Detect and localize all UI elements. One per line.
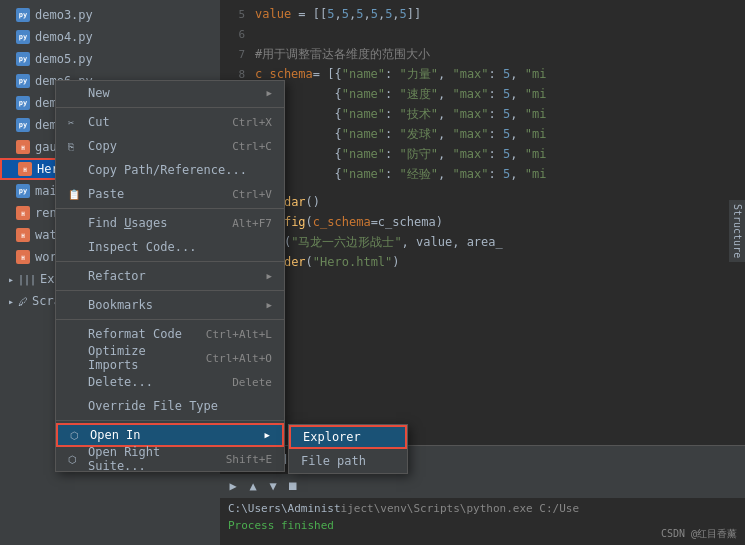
menu-item-find-usages[interactable]: Find Usages Alt+F7 <box>56 211 284 235</box>
explorer-label: Explorer <box>303 430 361 444</box>
arrow-icon: ▶ <box>267 271 272 281</box>
menu-item-inspect-code[interactable]: Inspect Code... <box>56 235 284 259</box>
html-icon: H <box>16 228 30 242</box>
console-icon: 🖊 <box>18 296 28 307</box>
menu-separator <box>56 208 284 209</box>
py-icon: py <box>16 184 30 198</box>
play-button[interactable]: ▶ <box>224 477 242 495</box>
py-icon: py <box>16 8 30 22</box>
arrow-icon: ▶ <box>267 300 272 310</box>
menu-separator <box>56 290 284 291</box>
line-code: {"name": "发球", "max": 5, "mi <box>255 126 546 143</box>
arrow-icon: ▶ <box>265 430 270 440</box>
bottom-toolbar: ▶ ▲ ▼ ⏹ <box>220 474 745 498</box>
library-icon: ||| <box>18 274 36 285</box>
stop-button[interactable]: ⏹ <box>284 477 302 495</box>
filepath-label: File path <box>301 454 366 468</box>
expand-icon: ▸ <box>8 274 14 285</box>
menu-item-open-in[interactable]: ⬡ Open In ▶ Explorer File path <box>56 423 284 447</box>
line-number: 8 <box>220 68 255 81</box>
cut-icon: ✂ <box>68 117 84 128</box>
line-code: {"name": "防守", "max": 5, "mi <box>255 146 546 163</box>
line-code: .add("马龙一六边形战士", value, area_ <box>255 234 503 251</box>
menu-item-paste[interactable]: 📋 Paste Ctrl+V <box>56 182 284 206</box>
line-code: #用于调整雷达各维度的范围大小 <box>255 46 430 63</box>
py-icon: py <box>16 30 30 44</box>
paste-icon: 📋 <box>68 189 84 200</box>
py-icon: py <box>16 74 30 88</box>
code-line-8: 8 c_schema= [{"name": "力量", "max": 5, "m… <box>220 64 745 84</box>
more-icon: ⬡ <box>68 454 84 465</box>
menu-item-delete[interactable]: Delete... Delete <box>56 370 284 394</box>
menu-separator <box>56 319 284 320</box>
menu-separator <box>56 107 284 108</box>
structure-label: Structure <box>729 200 745 262</box>
menu-item-new[interactable]: New ▶ <box>56 81 284 105</box>
line-number: 7 <box>220 48 255 61</box>
code-line-10: 10 {"name": "技术", "max": 5, "mi <box>220 104 745 124</box>
line-number: 6 <box>220 28 255 41</box>
line-code: c_schema= [{"name": "力量", "max": 5, "mi <box>255 66 546 83</box>
code-line-radar: = Radar() <box>220 192 745 212</box>
line-code: {"name": "速度", "max": 5, "mi <box>255 86 546 103</box>
watermark: CSDN @红目香薰 <box>661 527 737 541</box>
py-icon: py <box>16 96 30 110</box>
open-in-submenu: Explorer File path <box>288 424 408 474</box>
menu-item-cut[interactable]: ✂ Cut Ctrl+X <box>56 110 284 134</box>
code-line-render: .render("Hero.html") <box>220 252 745 272</box>
line-code: {"name": "技术", "max": 5, "mi <box>255 106 546 123</box>
menu-item-override-file-type[interactable]: Override File Type <box>56 394 284 418</box>
code-line-5: 5 value = [[5,5,5,5,5,5]] <box>220 4 745 24</box>
code-line-7: 7 #用于调整雷达各维度的范围大小 <box>220 44 745 64</box>
file-item-demo5py[interactable]: py demo5.py <box>0 48 220 70</box>
arrow-icon: ▶ <box>267 88 272 98</box>
code-line-12: {"name": "防守", "max": 5, "mi <box>220 144 745 164</box>
line-code: {"name": "经验", "max": 5, "mi <box>255 166 546 183</box>
menu-separator <box>56 261 284 262</box>
menu-item-optimize-imports[interactable]: Optimize Imports Ctrl+Alt+O <box>56 346 284 370</box>
code-line-config: .config(c_schema=c_schema) <box>220 212 745 232</box>
output-line1: C:\Users\Administiject\venv\Scripts\pyth… <box>228 502 737 515</box>
html-icon: H <box>18 162 32 176</box>
code-line-add: .add("马龙一六边形战士", value, area_ <box>220 232 745 252</box>
up-button[interactable]: ▲ <box>244 477 262 495</box>
submenu-item-explorer[interactable]: Explorer <box>289 425 407 449</box>
html-icon: H <box>16 206 30 220</box>
code-line-9: 9 {"name": "速度", "max": 5, "mi <box>220 84 745 104</box>
copy-icon: ⎘ <box>68 141 84 152</box>
expand-icon: ▸ <box>8 296 14 307</box>
file-item-demo3py[interactable]: py demo3.py <box>0 4 220 26</box>
menu-item-copy[interactable]: ⎘ Copy Ctrl+C <box>56 134 284 158</box>
line-number: 5 <box>220 8 255 21</box>
menu-separator <box>56 420 284 421</box>
code-line-6: 6 <box>220 24 745 44</box>
py-icon: py <box>16 118 30 132</box>
menu-item-more[interactable]: ⬡ Open Right Suite... Shift+E <box>56 447 284 471</box>
menu-item-copy-path[interactable]: Copy Path/Reference... <box>56 158 284 182</box>
file-item-demo4py[interactable]: py demo4.py <box>0 26 220 48</box>
submenu-item-filepath[interactable]: File path <box>289 449 407 473</box>
main-container: py demo3.py py demo4.py py demo5.py py d… <box>0 0 745 545</box>
down-button[interactable]: ▼ <box>264 477 282 495</box>
html-icon: H <box>16 250 30 264</box>
menu-item-reformat[interactable]: Reformat Code Ctrl+Alt+L <box>56 322 284 346</box>
html-icon: H <box>16 140 30 154</box>
menu-item-bookmarks[interactable]: Bookmarks ▶ <box>56 293 284 317</box>
line-code: value = [[5,5,5,5,5,5]] <box>255 7 421 21</box>
open-in-icon: ⬡ <box>70 430 86 441</box>
code-line-13: {"name": "经验", "max": 5, "mi <box>220 164 745 184</box>
py-icon: py <box>16 52 30 66</box>
context-menu: New ▶ ✂ Cut Ctrl+X ⎘ Copy Ctrl+C Copy Pa… <box>55 80 285 472</box>
menu-item-refactor[interactable]: Refactor ▶ <box>56 264 284 288</box>
code-line-11: 11 {"name": "发球", "max": 5, "mi <box>220 124 745 144</box>
code-content: 5 value = [[5,5,5,5,5,5]] 6 7 #用于调整雷达各维度… <box>220 0 745 276</box>
